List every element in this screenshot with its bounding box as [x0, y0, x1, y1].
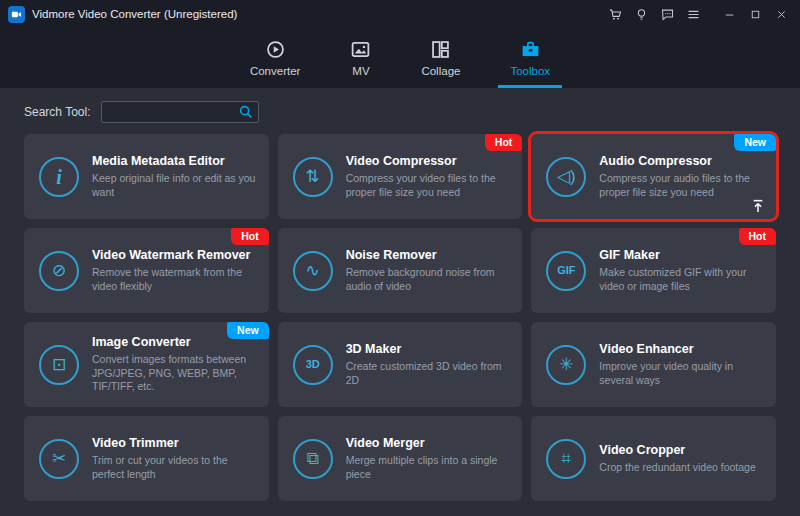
tool-card-noise-remover[interactable]: ∿Noise RemoverRemove background noise fr…	[278, 228, 523, 313]
tab-mv[interactable]: MV	[332, 28, 389, 88]
image-icon: ⊡	[39, 345, 79, 385]
maximize-icon[interactable]	[742, 2, 768, 26]
tool-text: Audio CompressorCompress your audio file…	[599, 154, 764, 199]
tool-grid: iMedia Metadata EditorKeep original file…	[0, 132, 800, 513]
tool-description: Remove the watermark from the video flex…	[92, 266, 257, 293]
tool-card-video-compressor[interactable]: ⇅Video CompressorCompress your video fil…	[278, 134, 523, 219]
tool-text: Image ConverterConvert images formats be…	[92, 335, 257, 394]
tool-card-video-merger[interactable]: ⧉Video MergerMerge multiple clips into a…	[278, 416, 523, 501]
tool-card-video-trimmer[interactable]: ✂Video TrimmerTrim or cut your videos to…	[24, 416, 269, 501]
minimize-icon[interactable]	[716, 2, 742, 26]
hot-badge: Hot	[231, 228, 269, 245]
tool-description: Merge multiple clips into a single piece	[346, 454, 511, 481]
feedback-icon[interactable]	[654, 2, 680, 26]
close-icon[interactable]	[768, 2, 794, 26]
tool-description: Create customized 3D video from 2D	[346, 360, 511, 387]
tool-title: Media Metadata Editor	[92, 154, 257, 168]
tool-title: Noise Remover	[346, 248, 511, 262]
app-window: Vidmore Video Converter (Unregistered) C…	[0, 0, 800, 516]
tool-text: Media Metadata EditorKeep original file …	[92, 154, 257, 199]
tool-title: Video Enhancer	[599, 342, 764, 356]
tool-text: Noise RemoverRemove background noise fro…	[346, 248, 511, 293]
tool-text: Video CropperCrop the redundant video fo…	[599, 443, 755, 475]
tool-title: Video Watermark Remover	[92, 248, 257, 262]
tool-card-image-converter[interactable]: ⊡Image ConverterConvert images formats b…	[24, 322, 269, 407]
search-icon[interactable]	[238, 104, 254, 120]
mv-icon	[350, 39, 371, 60]
tab-label: Collage	[421, 65, 460, 77]
speaker-icon: ◁)	[546, 157, 586, 197]
tool-title: 3D Maker	[346, 342, 511, 356]
tool-card-3d-maker[interactable]: 3D3D MakerCreate customized 3D video fro…	[278, 322, 523, 407]
tool-description: Convert images formats between JPG/JPEG,…	[92, 353, 257, 394]
tool-text: Video Watermark RemoverRemove the waterm…	[92, 248, 257, 293]
info-icon: i	[39, 157, 79, 197]
droplet-slash-icon: ⊘	[39, 251, 79, 291]
tool-title: Video Cropper	[599, 443, 755, 457]
window-title: Vidmore Video Converter (Unregistered)	[32, 8, 237, 20]
tool-description: Keep original file info or edit as you w…	[92, 172, 257, 199]
gif-icon: GIF	[546, 251, 586, 291]
tool-description: Compress your video files to the proper …	[346, 172, 511, 199]
tool-card-video-watermark-remover[interactable]: ⊘Video Watermark RemoverRemove the water…	[24, 228, 269, 313]
tool-text: Video EnhancerImprove your video quality…	[599, 342, 764, 387]
tool-description: Crop the redundant video footage	[599, 461, 755, 475]
tool-description: Compress your audio files to the proper …	[599, 172, 764, 199]
menu-icon[interactable]	[680, 2, 706, 26]
tool-card-media-metadata-editor[interactable]: iMedia Metadata EditorKeep original file…	[24, 134, 269, 219]
toolbox-icon	[520, 39, 541, 60]
tool-description: Improve your video quality in several wa…	[599, 360, 764, 387]
tool-card-gif-maker[interactable]: GIFGIF MakerMake customized GIF with you…	[531, 228, 776, 313]
tool-text: Video MergerMerge multiple clips into a …	[346, 436, 511, 481]
tab-collage[interactable]: Collage	[403, 28, 478, 88]
app-logo-icon	[8, 6, 25, 23]
cart-icon[interactable]	[602, 2, 628, 26]
scissors-icon: ✂	[39, 439, 79, 479]
tool-title: Video Merger	[346, 436, 511, 450]
3d-icon: 3D	[293, 345, 333, 385]
tab-label: Toolbox	[510, 65, 550, 77]
merge-icon: ⧉	[293, 439, 333, 479]
noise-wave-icon: ∿	[293, 251, 333, 291]
tab-label: Converter	[250, 65, 301, 77]
tab-converter[interactable]: Converter	[232, 28, 319, 88]
tool-text: GIF MakerMake customized GIF with your v…	[599, 248, 764, 293]
tool-description: Remove background noise from audio of vi…	[346, 266, 511, 293]
compress-icon: ⇅	[293, 157, 333, 197]
titlebar: Vidmore Video Converter (Unregistered)	[0, 0, 800, 28]
tool-card-video-enhancer[interactable]: ✳Video EnhancerImprove your video qualit…	[531, 322, 776, 407]
tab-label: MV	[352, 65, 369, 77]
hot-badge: Hot	[739, 228, 777, 245]
tool-title: Audio Compressor	[599, 154, 764, 168]
app-identity: Vidmore Video Converter (Unregistered)	[8, 6, 602, 23]
search-label: Search Tool:	[24, 105, 91, 119]
new-badge: New	[734, 134, 776, 151]
new-badge: New	[227, 322, 269, 339]
converter-icon	[265, 39, 286, 60]
hot-badge: Hot	[485, 134, 523, 151]
palette-icon: ✳	[546, 345, 586, 385]
tab-bar: ConverterMVCollageToolbox	[0, 28, 800, 88]
crop-icon: ⌗	[546, 439, 586, 479]
search-row: Search Tool:	[0, 88, 800, 132]
bulb-icon[interactable]	[628, 2, 654, 26]
collage-icon	[430, 39, 451, 60]
tool-title: GIF Maker	[599, 248, 764, 262]
tool-description: Make customized GIF with your video or i…	[599, 266, 764, 293]
search-box	[101, 101, 259, 123]
tool-text: 3D MakerCreate customized 3D video from …	[346, 342, 511, 387]
tool-title: Video Trimmer	[92, 436, 257, 450]
tab-toolbox[interactable]: Toolbox	[492, 28, 568, 88]
tool-title: Video Compressor	[346, 154, 511, 168]
scroll-top-arrow-icon[interactable]	[750, 198, 766, 214]
tool-card-audio-compressor[interactable]: ◁)Audio CompressorCompress your audio fi…	[531, 134, 776, 219]
tool-card-video-cropper[interactable]: ⌗Video CropperCrop the redundant video f…	[531, 416, 776, 501]
tool-description: Trim or cut your videos to the perfect l…	[92, 454, 257, 481]
tool-text: Video TrimmerTrim or cut your videos to …	[92, 436, 257, 481]
tool-text: Video CompressorCompress your video file…	[346, 154, 511, 199]
search-input[interactable]	[101, 101, 259, 123]
